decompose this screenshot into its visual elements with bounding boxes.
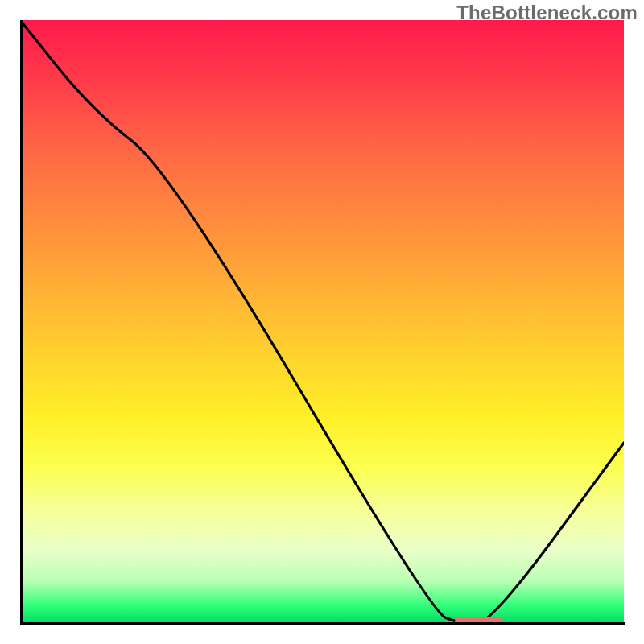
bottleneck-curve: [20, 20, 624, 624]
bottleneck-chart: TheBottleneck.com: [0, 0, 644, 644]
plot-area: [20, 20, 624, 624]
y-axis: [20, 20, 23, 625]
curve-path: [20, 20, 624, 624]
watermark-text: TheBottleneck.com: [456, 2, 638, 24]
x-axis: [20, 622, 625, 625]
